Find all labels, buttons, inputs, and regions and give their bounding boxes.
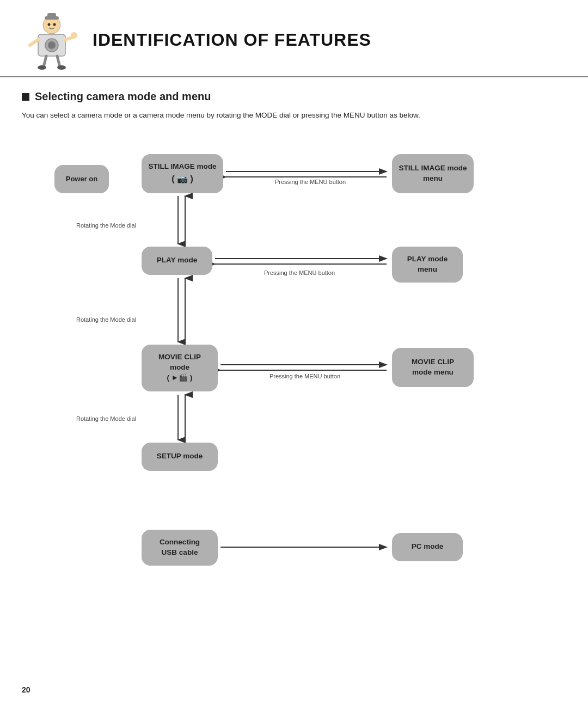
box-play-mode: PLAY mode [142, 247, 212, 275]
page-title: IDENTIFICATION OF FEATURES [93, 30, 371, 50]
box-still-image-mode: STILL IMAGE mode ( 📷 ) [142, 154, 223, 193]
box-setup-mode: SETUP mode [142, 443, 218, 471]
svg-point-2 [48, 41, 56, 49]
section-title-container: Selecting camera mode and menu [22, 90, 566, 103]
box-power-on: Power on [54, 165, 109, 193]
mascot-icon [22, 10, 82, 70]
svg-line-12 [57, 56, 60, 67]
svg-point-10 [71, 32, 77, 39]
svg-point-14 [57, 65, 66, 70]
box-play-mode-menu: PLAY mode menu [392, 247, 463, 283]
menu-label-row1: Pressing the MENU button [234, 179, 387, 185]
diagram-container: Power on STILL IMAGE mode ( 📷 ) STILL IM… [22, 138, 566, 628]
still-image-label: STILL IMAGE mode [148, 162, 216, 172]
arrows-overlay [22, 138, 566, 628]
page-header: IDENTIFICATION OF FEATURES [0, 0, 588, 77]
rotate-label-2: Rotating the Mode dial [76, 316, 136, 323]
svg-point-13 [38, 65, 46, 70]
svg-point-6 [48, 23, 51, 26]
svg-point-7 [53, 23, 56, 26]
movie-icon: ( ►🎬 ) [167, 373, 193, 383]
menu-label-row2: Pressing the MENU button [223, 269, 376, 276]
section-title-text: Selecting camera mode and menu [35, 90, 211, 103]
box-movie-clip-mode: MOVIE CLIP mode ( ►🎬 ) [142, 345, 218, 391]
camera-icon: ( 📷 ) [171, 173, 193, 185]
rotate-label-1: Rotating the Mode dial [76, 222, 136, 229]
svg-rect-5 [47, 13, 56, 19]
box-still-image-menu: STILL IMAGE mode menu [392, 154, 474, 193]
box-pc-mode: PC mode [392, 533, 463, 561]
svg-line-11 [44, 56, 46, 67]
rotate-label-3: Rotating the Mode dial [76, 415, 136, 422]
page-number: 20 [22, 685, 30, 694]
section-bullet-icon [22, 93, 29, 101]
svg-line-8 [30, 40, 38, 45]
box-movie-clip-mode-menu: MOVIE CLIP mode menu [392, 348, 474, 387]
section-description: You can select a camera mode or a camera… [22, 109, 566, 121]
box-usb-cable: Connecting USB cable [142, 530, 218, 566]
menu-label-row3: Pressing the MENU button [229, 373, 381, 379]
